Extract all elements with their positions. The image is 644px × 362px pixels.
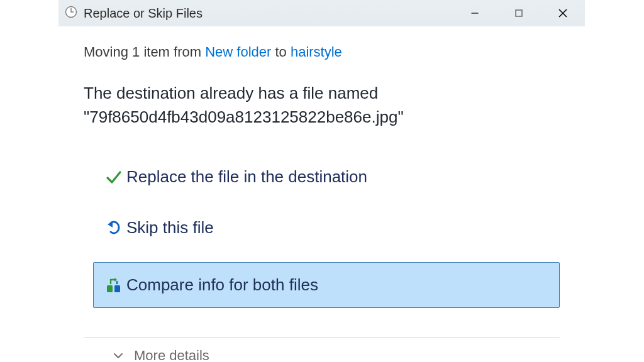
minimize-button[interactable] [453, 0, 497, 26]
svg-rect-8 [107, 285, 113, 292]
footer: More details [84, 337, 560, 362]
titlebar: Replace or Skip Files [58, 0, 585, 26]
moving-prefix: Moving 1 item from [84, 44, 205, 60]
undo-arrow-icon [101, 219, 126, 237]
source-folder-link[interactable]: New folder [205, 44, 271, 60]
conflict-line-1: The destination already has a file named [84, 82, 560, 106]
moving-middle: to [271, 44, 291, 60]
svg-rect-4 [516, 10, 522, 16]
svg-marker-7 [108, 221, 113, 228]
chevron-down-icon[interactable] [111, 349, 125, 362]
check-icon [101, 168, 126, 186]
dialog-body: Moving 1 item from New folder to hairsty… [58, 26, 585, 362]
skip-option[interactable]: Skip this file [93, 211, 560, 244]
destination-folder-link[interactable]: hairstyle [291, 44, 342, 60]
svg-rect-9 [114, 285, 120, 292]
titlebar-title: Replace or Skip Files [84, 6, 203, 21]
resolution-options: Replace the file in the destination Skip… [84, 160, 560, 308]
conflict-line-2: "79f8650d4fb43d09a8123125822be86e.jpg" [84, 106, 560, 129]
replace-label: Replace the file in the destination [126, 167, 367, 187]
maximize-button[interactable] [497, 0, 541, 26]
window-controls [453, 0, 585, 26]
clock-icon [65, 6, 77, 21]
compare-option[interactable]: Compare info for both files [93, 262, 560, 308]
close-button[interactable] [541, 0, 585, 26]
replace-option[interactable]: Replace the file in the destination [93, 160, 560, 194]
moving-summary: Moving 1 item from New folder to hairsty… [84, 44, 560, 60]
conflict-message: The destination already has a file named… [84, 82, 560, 129]
file-conflict-dialog: Replace or Skip Files M [58, 0, 585, 362]
compare-label: Compare info for both files [126, 275, 318, 295]
skip-label: Skip this file [126, 218, 214, 238]
compare-icon [101, 277, 126, 294]
more-details-toggle[interactable]: More details [134, 348, 209, 362]
